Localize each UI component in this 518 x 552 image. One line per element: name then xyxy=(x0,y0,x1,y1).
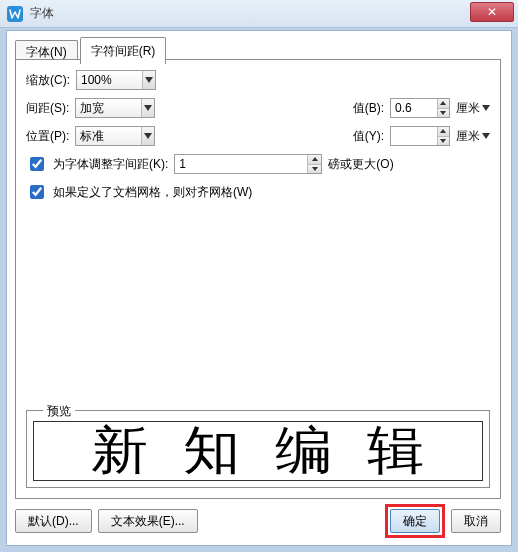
b-value-input[interactable] xyxy=(391,99,437,117)
chevron-up-icon[interactable] xyxy=(438,99,449,109)
position-combo[interactable] xyxy=(75,126,155,146)
preview-glyph: 辑 xyxy=(367,425,424,477)
snapgrid-checkbox[interactable] xyxy=(30,185,44,199)
app-icon xyxy=(6,5,24,23)
preview-groupbox: 预览 新 知 编 辑 xyxy=(26,410,490,488)
button-bar: 默认(D)... 文本效果(E)... 确定 取消 xyxy=(15,505,501,537)
tab-panel-char-spacing: 缩放(C): 间距(S): 值(B): xyxy=(15,59,501,499)
chevron-up-icon[interactable] xyxy=(308,155,321,165)
defaults-button[interactable]: 默认(D)... xyxy=(15,509,92,533)
ok-button[interactable]: 确定 xyxy=(390,509,440,533)
dialog-body: 字体(N) 字符间距(R) 缩放(C): 间距(S): 值(B): xyxy=(6,30,512,546)
spinner-buttons[interactable] xyxy=(437,127,449,145)
chevron-up-icon[interactable] xyxy=(438,127,449,137)
preview-glyph: 知 xyxy=(183,425,240,477)
chevron-down-icon xyxy=(482,105,490,111)
ok-highlight-box: 确定 xyxy=(385,504,445,538)
kerning-label: 为字体调整字间距(K): xyxy=(53,156,168,173)
window-title: 字体 xyxy=(30,5,54,22)
position-input[interactable] xyxy=(76,127,141,145)
spacing-input[interactable] xyxy=(76,99,141,117)
y-value-unit-label: 厘米 xyxy=(456,128,480,145)
preview-glyph: 编 xyxy=(275,425,332,477)
chevron-down-icon xyxy=(482,133,490,139)
spacing-label: 间距(S): xyxy=(26,100,69,117)
kerning-unit-label: 磅或更大(O) xyxy=(328,156,393,173)
cancel-button[interactable]: 取消 xyxy=(451,509,501,533)
b-value-group: 值(B): 厘米 xyxy=(353,98,490,118)
b-value-spinner[interactable] xyxy=(390,98,450,118)
row-scale: 缩放(C): xyxy=(26,70,490,90)
chevron-down-icon[interactable] xyxy=(141,127,154,145)
y-value-unit-dropdown[interactable]: 厘米 xyxy=(456,128,490,145)
b-value-unit-label: 厘米 xyxy=(456,100,480,117)
preview-glyph: 新 xyxy=(91,425,148,477)
row-kerning: 为字体调整字间距(K): 磅或更大(O) xyxy=(26,154,490,174)
kerning-checkbox[interactable] xyxy=(30,157,44,171)
spinner-buttons[interactable] xyxy=(307,155,321,173)
chevron-down-icon[interactable] xyxy=(438,137,449,146)
preview-label: 预览 xyxy=(43,403,75,420)
close-button[interactable]: ✕ xyxy=(470,2,514,22)
scale-combo[interactable] xyxy=(76,70,156,90)
chevron-down-icon[interactable] xyxy=(141,99,154,117)
y-value-label: 值(Y): xyxy=(353,128,384,145)
title-bar: 字体 ✕ xyxy=(0,0,518,28)
text-effects-button[interactable]: 文本效果(E)... xyxy=(98,509,198,533)
row-snapgrid: 如果定义了文档网格，则对齐网格(W) xyxy=(26,182,490,202)
y-value-group: 值(Y): 厘米 xyxy=(353,126,490,146)
chevron-down-icon[interactable] xyxy=(308,165,321,174)
scale-label: 缩放(C): xyxy=(26,72,70,89)
b-value-label: 值(B): xyxy=(353,100,384,117)
snapgrid-label: 如果定义了文档网格，则对齐网格(W) xyxy=(53,184,252,201)
tab-char-spacing[interactable]: 字符间距(R) xyxy=(80,37,167,64)
row-position: 位置(P): 值(Y): 厘米 xyxy=(26,126,490,146)
y-value-input[interactable] xyxy=(391,127,437,145)
kerning-input[interactable] xyxy=(175,155,307,173)
kerning-spinner[interactable] xyxy=(174,154,322,174)
row-spacing: 间距(S): 值(B): 厘米 xyxy=(26,98,490,118)
spinner-buttons[interactable] xyxy=(437,99,449,117)
scale-input[interactable] xyxy=(77,71,142,89)
y-value-spinner[interactable] xyxy=(390,126,450,146)
chevron-down-icon[interactable] xyxy=(438,109,449,118)
chevron-down-icon[interactable] xyxy=(142,71,155,89)
preview-text-box: 新 知 编 辑 xyxy=(33,421,483,481)
svg-rect-0 xyxy=(7,6,23,22)
b-value-unit-dropdown[interactable]: 厘米 xyxy=(456,100,490,117)
spacing-combo[interactable] xyxy=(75,98,155,118)
position-label: 位置(P): xyxy=(26,128,69,145)
